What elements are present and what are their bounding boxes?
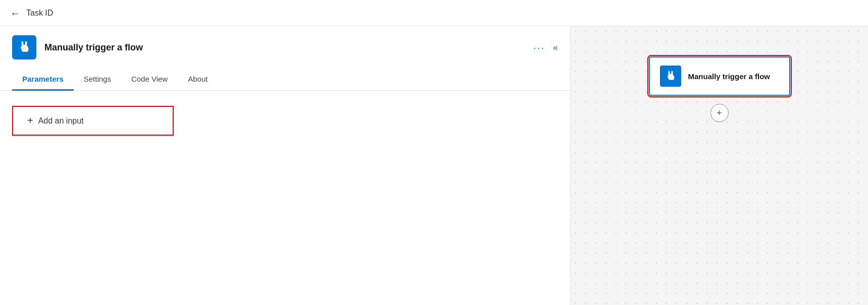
panel-header: Manually trigger a flow ··· « [0,26,570,69]
tab-settings[interactable]: Settings [74,69,121,91]
tab-codeview[interactable]: Code View [121,69,178,91]
back-button[interactable]: ← [10,8,20,18]
canvas-content: Manually trigger a flow + [649,56,790,122]
flow-node-hand-icon [665,70,677,82]
main-layout: Manually trigger a flow ··· « Parameters… [0,26,868,305]
page-title: Task ID [26,9,53,18]
trigger-icon [12,35,36,59]
content-area: + Add an input [0,91,570,151]
tab-parameters[interactable]: Parameters [12,69,74,91]
more-options-button[interactable]: ··· [533,42,545,53]
panel-header-right: ··· « [533,42,558,53]
flow-node-trigger[interactable]: Manually trigger a flow [649,56,790,96]
left-panel: Manually trigger a flow ··· « Parameters… [0,26,571,305]
tabs: Parameters Settings Code View About [0,69,570,91]
tab-about[interactable]: About [178,69,218,91]
add-input-label: Add an input [38,116,84,126]
panel-header-left: Manually trigger a flow [12,35,143,59]
collapse-button[interactable]: « [553,42,558,53]
hand-icon [17,40,31,54]
add-node-button[interactable]: + [710,104,729,122]
flow-node-icon [660,66,681,87]
canvas-panel: Manually trigger a flow + [571,26,868,305]
top-bar: ← Task ID [0,0,868,26]
add-input-button[interactable]: + Add an input [12,106,174,136]
panel-title: Manually trigger a flow [44,42,143,53]
plus-icon: + [27,115,33,127]
flow-node-title: Manually trigger a flow [688,71,771,82]
